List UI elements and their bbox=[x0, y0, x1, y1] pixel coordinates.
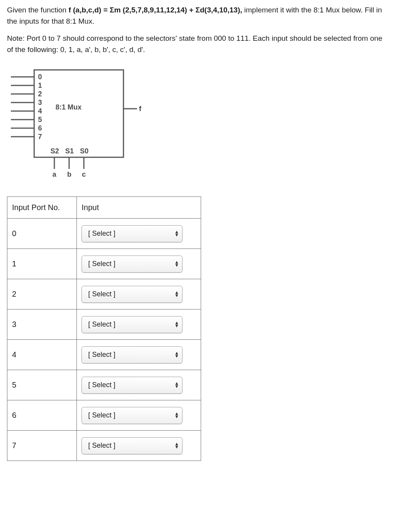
input-select-2[interactable]: [ Select ]▲▼ bbox=[82, 286, 182, 303]
input-cell: [ Select ]▲▼ bbox=[77, 431, 201, 461]
mux-diagram: 0 1 2 3 4 5 6 7 8:1 Mux f S2 S1 S0 a b bbox=[7, 66, 389, 180]
mux-sel-bot-1: b bbox=[67, 170, 71, 178]
select-stepper-icon: ▲▼ bbox=[174, 382, 179, 388]
port-cell: 4 bbox=[7, 340, 77, 370]
select-stepper-icon: ▲▼ bbox=[174, 412, 179, 418]
select-label: [ Select ] bbox=[88, 411, 115, 419]
table-row: 7[ Select ]▲▼ bbox=[7, 431, 201, 461]
mux-sel-bot-0: a bbox=[52, 170, 57, 178]
mux-input-2: 2 bbox=[38, 90, 42, 98]
mux-label: 8:1 Mux bbox=[56, 103, 82, 111]
table-row: 4[ Select ]▲▼ bbox=[7, 340, 201, 370]
input-select-0[interactable]: [ Select ]▲▼ bbox=[82, 225, 182, 242]
select-stepper-icon: ▲▼ bbox=[174, 291, 179, 297]
input-cell: [ Select ]▲▼ bbox=[77, 219, 201, 249]
select-stepper-icon: ▲▼ bbox=[174, 231, 179, 236]
mux-input-5: 5 bbox=[38, 116, 42, 123]
svg-rect-0 bbox=[34, 70, 123, 157]
mux-input-0: 0 bbox=[38, 73, 42, 81]
mux-input-3: 3 bbox=[38, 99, 42, 106]
input-select-6[interactable]: [ Select ]▲▼ bbox=[82, 407, 182, 424]
mux-sel-top-2: S0 bbox=[80, 147, 89, 155]
select-stepper-icon: ▲▼ bbox=[174, 443, 179, 448]
port-cell: 2 bbox=[7, 279, 77, 309]
answer-table: Input Port No. Input 0[ Select ]▲▼1[ Sel… bbox=[7, 196, 201, 461]
port-cell: 1 bbox=[7, 249, 77, 279]
select-stepper-icon: ▲▼ bbox=[174, 322, 179, 327]
table-row: 5[ Select ]▲▼ bbox=[7, 370, 201, 400]
table-row: 3[ Select ]▲▼ bbox=[7, 309, 201, 340]
select-label: [ Select ] bbox=[88, 290, 115, 298]
select-stepper-icon: ▲▼ bbox=[174, 352, 179, 357]
input-cell: [ Select ]▲▼ bbox=[77, 370, 201, 400]
mux-sel-bot-2: c bbox=[82, 170, 86, 178]
input-cell: [ Select ]▲▼ bbox=[77, 309, 201, 340]
input-select-4[interactable]: [ Select ]▲▼ bbox=[82, 346, 182, 363]
question-text: Given the function f (a,b,c,d) = Σm (2,5… bbox=[7, 5, 389, 27]
select-stepper-icon: ▲▼ bbox=[174, 261, 179, 266]
port-cell: 0 bbox=[7, 219, 77, 249]
select-label: [ Select ] bbox=[88, 320, 115, 329]
table-row: 2[ Select ]▲▼ bbox=[7, 279, 201, 309]
port-cell: 5 bbox=[7, 370, 77, 400]
question-prefix: Given the function bbox=[7, 6, 68, 14]
note-text: Note: Port 0 to 7 should correspond to t… bbox=[7, 33, 389, 55]
question-function: f (a,b,c,d) = Σm (2,5,7,8,9,11,12,14) + … bbox=[68, 6, 244, 14]
select-label: [ Select ] bbox=[88, 229, 115, 238]
mux-sel-top-0: S2 bbox=[50, 147, 59, 155]
input-select-5[interactable]: [ Select ]▲▼ bbox=[82, 377, 182, 394]
select-label: [ Select ] bbox=[88, 442, 115, 450]
table-header-input: Input bbox=[77, 197, 201, 219]
table-row: 6[ Select ]▲▼ bbox=[7, 400, 201, 431]
table-row: 0[ Select ]▲▼ bbox=[7, 219, 201, 249]
port-cell: 7 bbox=[7, 431, 77, 461]
input-select-3[interactable]: [ Select ]▲▼ bbox=[82, 316, 182, 333]
mux-sel-top-1: S1 bbox=[65, 147, 74, 155]
input-select-7[interactable]: [ Select ]▲▼ bbox=[82, 437, 182, 454]
select-label: [ Select ] bbox=[88, 381, 115, 389]
input-cell: [ Select ]▲▼ bbox=[77, 279, 201, 309]
mux-input-1: 1 bbox=[38, 82, 42, 89]
input-cell: [ Select ]▲▼ bbox=[77, 249, 201, 279]
table-body: 0[ Select ]▲▼1[ Select ]▲▼2[ Select ]▲▼3… bbox=[7, 219, 201, 461]
mux-input-6: 6 bbox=[38, 124, 42, 132]
select-label: [ Select ] bbox=[88, 260, 115, 268]
port-cell: 3 bbox=[7, 309, 77, 340]
port-cell: 6 bbox=[7, 400, 77, 431]
input-select-1[interactable]: [ Select ]▲▼ bbox=[82, 256, 182, 273]
input-cell: [ Select ]▲▼ bbox=[77, 400, 201, 431]
mux-output: f bbox=[139, 105, 142, 113]
mux-input-7: 7 bbox=[38, 133, 42, 141]
table-header-port: Input Port No. bbox=[7, 197, 77, 219]
input-cell: [ Select ]▲▼ bbox=[77, 340, 201, 370]
mux-input-4: 4 bbox=[38, 107, 42, 115]
select-label: [ Select ] bbox=[88, 351, 115, 359]
table-row: 1[ Select ]▲▼ bbox=[7, 249, 201, 279]
